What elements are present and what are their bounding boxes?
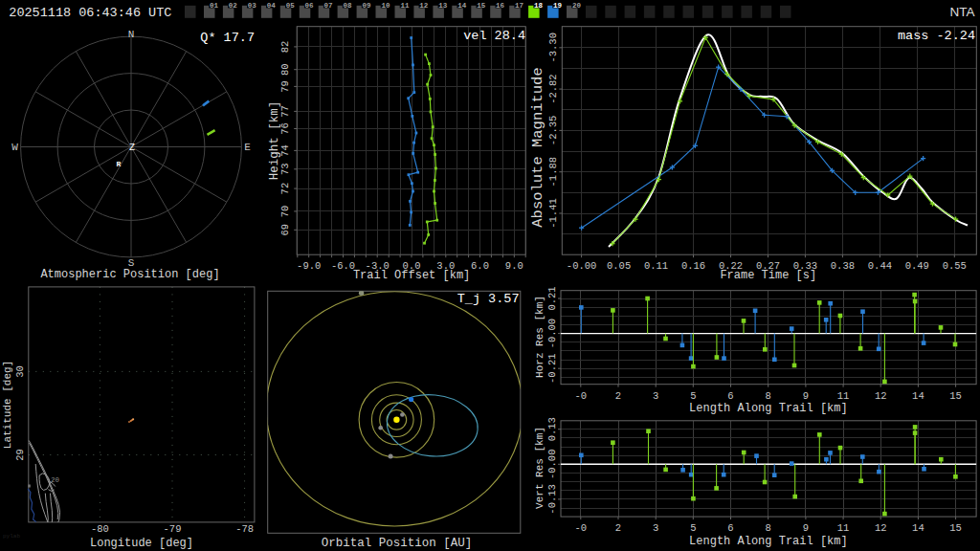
svg-text:20: 20: [51, 476, 60, 484]
svg-text:5: 5: [690, 390, 696, 402]
svg-text:-9.0: -9.0: [297, 260, 321, 272]
svg-text:Frame Time [s]: Frame Time [s]: [720, 269, 816, 282]
svg-text:Longitude [deg]: Longitude [deg]: [90, 537, 193, 550]
svg-text:70: 70: [279, 206, 291, 218]
svg-text:04: 04: [267, 2, 277, 10]
svg-text:-2.82: -2.82: [547, 74, 559, 104]
svg-text:-1.41: -1.41: [547, 198, 559, 229]
svg-text:11: 11: [837, 522, 850, 534]
svg-text:20251118 06:43:46 UTC: 20251118 06:43:46 UTC: [9, 6, 171, 20]
svg-text:14: 14: [457, 2, 467, 10]
svg-text:6.0: 6.0: [471, 260, 489, 272]
svg-text:16: 16: [496, 2, 505, 10]
svg-text:15: 15: [477, 2, 486, 10]
svg-text:15: 15: [949, 522, 962, 534]
svg-text:-2.35: -2.35: [547, 116, 559, 146]
svg-text:19: 19: [553, 2, 563, 10]
svg-text:5: 5: [690, 522, 696, 534]
svg-text:9.0: 9.0: [505, 260, 523, 272]
svg-text:-78: -78: [235, 523, 254, 535]
svg-text:6: 6: [727, 522, 733, 534]
svg-text:0.38: 0.38: [831, 260, 855, 272]
svg-text:14: 14: [912, 522, 924, 534]
svg-text:Latitude [deg]: Latitude [deg]: [2, 361, 13, 449]
svg-text:-0.00: -0.00: [546, 450, 558, 480]
svg-text:3: 3: [653, 522, 658, 534]
svg-text:05: 05: [286, 2, 296, 10]
svg-text:0.49: 0.49: [905, 260, 929, 272]
svg-text:8: 8: [766, 390, 771, 402]
svg-text:Horz Res [km]: Horz Res [km]: [534, 296, 546, 378]
svg-text:06: 06: [305, 2, 315, 10]
svg-text:Orbital Position [AU]: Orbital Position [AU]: [322, 537, 473, 550]
svg-text:-6.0: -6.0: [331, 260, 355, 272]
svg-text:01: 01: [210, 2, 219, 10]
svg-text:69: 69: [279, 224, 291, 236]
svg-text:Atmospheric Position [deg]: Atmospheric Position [deg]: [40, 268, 219, 281]
svg-text:Q* 17.7: Q* 17.7: [200, 31, 255, 45]
svg-text:17: 17: [515, 2, 523, 10]
svg-text:S: S: [128, 257, 135, 269]
svg-text:vel 28.4: vel 28.4: [463, 29, 525, 43]
svg-text:12: 12: [419, 2, 429, 10]
svg-text:Length Along Trail [km]: Length Along Trail [km]: [689, 535, 848, 548]
svg-text:72: 72: [279, 183, 291, 195]
svg-text:8: 8: [766, 522, 771, 534]
svg-text:80: 80: [279, 63, 291, 76]
svg-text:14: 14: [912, 390, 924, 402]
svg-text:2: 2: [615, 390, 621, 402]
svg-text:R: R: [117, 160, 122, 168]
svg-text:NTA: NTA: [950, 5, 975, 19]
svg-text:12: 12: [875, 390, 887, 402]
svg-text:Z: Z: [129, 143, 135, 153]
svg-text:82: 82: [279, 41, 291, 54]
svg-text:T_j 3.57: T_j 3.57: [457, 292, 520, 306]
svg-text:12: 12: [875, 522, 887, 534]
svg-text:0.16: 0.16: [681, 260, 705, 272]
svg-text:-1.88: -1.88: [547, 157, 559, 187]
svg-text:29: 29: [14, 449, 26, 461]
svg-text:-0.00: -0.00: [546, 319, 558, 349]
svg-text:-0: -0: [574, 390, 587, 402]
svg-text:-0.00: -0.00: [567, 260, 597, 272]
svg-text:11: 11: [837, 390, 850, 402]
svg-text:-0.13: -0.13: [546, 484, 558, 515]
svg-text:18: 18: [534, 2, 544, 10]
svg-text:09: 09: [362, 2, 371, 10]
svg-text:0.05: 0.05: [607, 260, 631, 272]
svg-text:pylab: pylab: [3, 533, 20, 540]
svg-text:Height [km]: Height [km]: [268, 101, 281, 181]
svg-text:-0: -0: [574, 522, 587, 534]
svg-text:0.13: 0.13: [546, 417, 558, 441]
svg-text:Absolute Magnitude: Absolute Magnitude: [529, 67, 546, 227]
svg-text:0.44: 0.44: [868, 260, 892, 272]
svg-text:9: 9: [803, 390, 809, 402]
svg-text:-3.30: -3.30: [547, 33, 559, 63]
svg-text:3: 3: [653, 390, 658, 402]
svg-text:02: 02: [229, 2, 238, 10]
svg-text:10: 10: [381, 2, 390, 10]
svg-text:mass -2.24: mass -2.24: [898, 29, 975, 43]
svg-text:9: 9: [803, 522, 809, 534]
svg-text:Trail Offset [km]: Trail Offset [km]: [353, 269, 470, 282]
svg-text:13: 13: [438, 2, 448, 10]
svg-text:07: 07: [324, 2, 333, 10]
svg-text:11: 11: [400, 2, 410, 10]
svg-text:2: 2: [615, 522, 621, 534]
svg-text:0.21: 0.21: [546, 286, 558, 310]
svg-text:79: 79: [279, 80, 291, 93]
svg-text:08: 08: [343, 2, 352, 10]
svg-text:-80: -80: [91, 523, 109, 535]
svg-text:W: W: [11, 142, 18, 153]
svg-text:E: E: [244, 142, 251, 153]
svg-text:15: 15: [949, 390, 962, 402]
svg-text:30: 30: [14, 365, 26, 378]
svg-text:-0.21: -0.21: [546, 353, 558, 384]
svg-text:-79: -79: [164, 523, 182, 535]
svg-text:20: 20: [572, 2, 582, 10]
svg-text:Length Along Trail [km]: Length Along Trail [km]: [689, 402, 848, 415]
svg-text:N: N: [128, 29, 135, 40]
svg-text:03: 03: [248, 2, 257, 10]
svg-text:0.55: 0.55: [943, 260, 967, 272]
svg-text:6: 6: [727, 390, 733, 402]
